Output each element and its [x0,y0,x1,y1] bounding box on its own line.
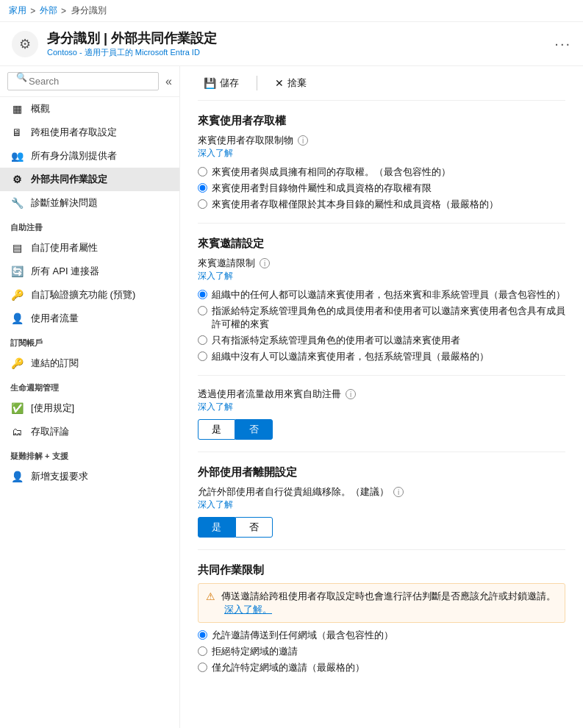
sidebar-section-self-service: 自助注冊 ▤ 自訂使用者屬性 🔄 所有 API 連接器 🔑 自訂驗證擴充功能 (… [0,215,179,330]
collab-option-3[interactable]: 僅允許特定網域的邀請（最嚴格的） [198,661,565,674]
toolbar-divider [257,76,257,90]
header-icon: ⚙ [12,31,38,57]
save-icon: 💾 [204,77,216,89]
collab-limit-title: 共同作業限制 [198,563,565,577]
sidebar-item-api-connectors[interactable]: 🔄 所有 API 連接器 [0,260,179,283]
guest-invite-info-icon[interactable]: i [260,258,270,268]
self-service-label: 透過使用者流量啟用來賓自助注冊 i [198,388,565,401]
page-title: 身分識別 | 外部共同作業設定 [47,29,217,47]
gear-icon: ⚙ [10,173,24,186]
sidebar-section-subscription: 訂閱帳戶 🔑 連結的訂閱 [0,330,179,375]
sidebar-item-usage-terms[interactable]: ✅ [使用規定] [0,396,179,420]
external-leave-yes-button[interactable]: 是 [198,517,235,538]
guest-invite-radio-3[interactable] [198,335,207,345]
save-button[interactable]: 💾 儲存 [198,74,245,93]
self-service-yes-button[interactable]: 是 [198,419,235,440]
sidebar-section-support-label: 疑難排解 + 支援 [0,443,179,465]
guest-invite-option-2[interactable]: 指派給特定系統管理員角色的成員使用者和使用者可以邀請來賓使用者包含具有成員許可權… [198,304,565,331]
sidebar-section-lifecycle-label: 生命週期管理 [0,375,179,396]
warning-icon: ⚠ [206,590,215,602]
self-service-no-button[interactable]: 否 [235,419,273,440]
external-leave-info-icon[interactable]: i [393,487,404,497]
sidebar-item-overview[interactable]: ▦ 概觀 [0,97,179,121]
sidebar-item-all-providers[interactable]: 👥 所有身分識別提供者 [0,144,179,168]
separator-4 [198,549,565,550]
search-input[interactable] [7,72,159,90]
external-leave-deep-link[interactable]: 深入了解 [198,499,565,511]
sidebar: 🔍 « ▦ 概觀 🖥 跨租使用者存取設定 👥 所有身分識別提供者 ⚙ 外部共同作… [0,66,180,728]
toolbar: 💾 儲存 ✕ 捨棄 [198,66,565,101]
breadcrumb-home[interactable]: 家用 [9,4,26,17]
sidebar-item-external-collab[interactable]: ⚙ 外部共同作業設定 [0,168,179,191]
guest-invite-radio-2[interactable] [198,306,207,315]
guest-access-radio-1[interactable] [198,167,207,176]
grid-icon: ▦ [10,102,24,115]
sidebar-item-linked-subscriptions[interactable]: 🔑 連結的訂閱 [0,351,179,375]
guest-access-option-2[interactable]: 來賓使用者對目錄物件屬性和成員資格的存取權有限 [198,182,565,195]
monitor-icon: 🖥 [10,126,24,139]
sidebar-section-subscription-label: 訂閱帳戶 [0,330,179,351]
separator-2 [198,375,565,376]
guest-access-radio-3[interactable] [198,199,207,209]
self-service-info-icon[interactable]: i [346,389,356,399]
external-leave-title: 外部使用者離開設定 [198,465,565,479]
sidebar-section-support: 疑難排解 + 支援 👤 新增支援要求 [0,443,179,488]
guest-access-option-3[interactable]: 來賓使用者存取權僅限於其本身目錄的屬性和成員資格（最嚴格的） [198,198,565,211]
guest-invite-deep-link[interactable]: 深入了解 [198,270,565,282]
guest-access-radio-2[interactable] [198,183,207,193]
sidebar-section-self-service-label: 自助注冊 [0,215,179,236]
header-subtitle: Contoso - 適用于員工的 Microsoft Entra ID [47,47,217,58]
guest-invite-option-1[interactable]: 組織中的任何人都可以邀請來賓使用者，包括來賓和非系統管理員（最含包容性的） [198,288,565,301]
self-service-toggle: 是 否 [198,419,565,440]
breadcrumb-external[interactable]: 外部 [40,4,57,17]
collab-radio-2[interactable] [198,646,207,656]
collab-radio-3[interactable] [198,663,207,672]
section-guest-access: 來賓使用者存取權 來賓使用者存取限制物 i 深入了解 來賓使用者與成員擁有相同的… [198,114,565,211]
list-icon: ▤ [10,241,24,254]
external-leave-toggle: 是 否 [198,517,565,538]
key-icon: 🔑 [10,288,24,301]
external-leave-field-label: 允許外部使用者自行從貴組織移除。（建議） i [198,485,565,499]
collab-radio-1[interactable] [198,630,207,640]
separator-1 [198,223,565,224]
breadcrumb: 家用 > 外部 > 身分識別 [0,0,583,22]
guest-access-info-icon[interactable]: i [298,135,308,146]
self-service-deep-link[interactable]: 深入了解 [198,401,565,413]
content-area: 💾 儲存 ✕ 捨棄 來賓使用者存取權 來賓使用者存取限制物 i 深入了解 來賓使… [180,66,583,728]
discard-icon: ✕ [275,77,284,89]
header-menu-button[interactable]: ··· [554,35,571,52]
external-leave-no-button[interactable]: 否 [235,517,273,538]
section-guest-invite: 來賓邀請設定 來賓邀請限制 i 深入了解 組織中的任何人都可以邀請來賓使用者，包… [198,237,565,363]
terms-icon: ✅ [10,402,24,415]
guest-invite-option-3[interactable]: 只有指派特定系統管理員角色的使用者可以邀請來賓使用者 [198,334,565,347]
guest-invite-radio-4[interactable] [198,351,207,361]
guest-invite-option-4[interactable]: 組織中沒有人可以邀請來賓使用者，包括系統管理員（最嚴格的） [198,350,565,363]
discard-button[interactable]: ✕ 捨棄 [269,74,312,93]
breadcrumb-identity: 身分識別 [71,4,107,17]
collab-warning: ⚠ 傳送邀請給跨租使用者存取設定時也會進行評估判斷是否應該允許或封鎖邀請。 深入… [198,583,565,623]
sidebar-item-user-flows[interactable]: 👤 使用者流量 [0,307,179,330]
collab-option-2[interactable]: 拒絕特定網域的邀請 [198,645,565,658]
guest-access-deep-link[interactable]: 深入了解 [198,147,565,160]
sidebar-section-lifecycle: 生命週期管理 ✅ [使用規定] 🗂 存取評論 [0,375,179,443]
separator-3 [198,452,565,452]
section-external-leave: 外部使用者離開設定 允許外部使用者自行從貴組織移除。（建議） i 深入了解 是 … [198,465,565,538]
wrench-icon: 🔧 [10,196,24,210]
sidebar-collapse-button[interactable]: « [165,75,172,88]
guest-access-option-1[interactable]: 來賓使用者與成員擁有相同的存取權。（最含包容性的） [198,165,565,179]
sidebar-item-diagnose[interactable]: 🔧 診斷並解決問題 [0,191,179,215]
user-flow-icon: 👤 [10,312,24,325]
section-self-service: 透過使用者流量啟用來賓自助注冊 i 深入了解 是 否 [198,388,565,440]
people-icon: 👥 [10,149,24,163]
support-icon: 👤 [10,470,24,483]
guest-access-title: 來賓使用者存取權 [198,114,565,128]
sidebar-item-cross-tenant[interactable]: 🖥 跨租使用者存取設定 [0,121,179,144]
collab-option-1[interactable]: 允許邀請傳送到任何網域（最含包容性的） [198,629,565,642]
sidebar-item-auth-extensions[interactable]: 🔑 自訂驗證擴充功能 (預覽) [0,283,179,307]
guest-invite-field-label: 來賓邀請限制 i [198,257,565,270]
guest-invite-radio-1[interactable] [198,290,207,299]
sidebar-item-access-reviews[interactable]: 🗂 存取評論 [0,420,179,443]
sidebar-item-new-support[interactable]: 👤 新增支援要求 [0,465,179,488]
sidebar-item-custom-attrs[interactable]: ▤ 自訂使用者屬性 [0,236,179,260]
collab-warning-link[interactable]: 深入了解。 [224,604,272,615]
